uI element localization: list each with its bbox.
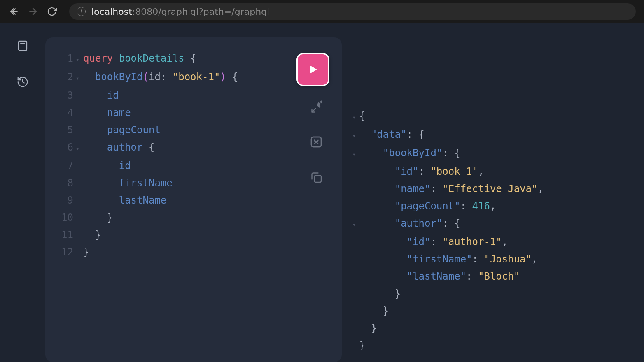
line-number: 4 [55, 104, 76, 121]
line-number: 9 [55, 192, 76, 209]
browser-toolbar: i localhost:8080/graphiql?path=/graphql [0, 0, 644, 23]
execute-button[interactable] [296, 53, 329, 86]
line-content: } [359, 302, 389, 320]
svg-rect-13 [315, 176, 322, 183]
svg-rect-3 [19, 41, 27, 51]
fold-icon[interactable]: ▾ [76, 50, 83, 68]
line-number: 12 [55, 244, 76, 261]
line-content: id [83, 87, 334, 104]
result-panel[interactable]: ▾{▾ "data": {▾ "bookById": { "id": "book… [342, 23, 644, 362]
line-content: author { [83, 139, 334, 157]
fold-icon [76, 209, 83, 226]
fold-icon [349, 320, 359, 337]
fold-icon [76, 244, 83, 261]
line-number: 5 [55, 121, 76, 139]
line-content: bookById(id: "book-1") { [83, 68, 334, 87]
result-line: } [349, 337, 636, 354]
sidebar [0, 23, 45, 362]
fold-icon[interactable]: ▾ [76, 68, 83, 87]
code-line: 12} [55, 244, 334, 261]
line-number: 8 [55, 174, 76, 192]
code-line: 11 } [55, 226, 334, 244]
line-content: "firstName": "Joshua", [359, 251, 538, 268]
result-line: } [349, 320, 636, 337]
line-content: "id": "book-1", [359, 163, 484, 180]
line-number: 10 [55, 209, 76, 226]
editor-tools [309, 99, 324, 185]
docs-icon[interactable] [16, 39, 29, 52]
line-content: "pageCount": 416, [359, 197, 496, 215]
fold-icon [76, 174, 83, 192]
fold-icon[interactable]: ▾ [349, 144, 359, 163]
back-button[interactable] [8, 6, 20, 17]
fold-icon [76, 226, 83, 244]
line-content: } [359, 337, 365, 354]
code-line: 7 id [55, 157, 334, 174]
line-number: 6 [55, 139, 76, 157]
line-content: "name": "Effective Java", [359, 180, 544, 197]
fold-icon [76, 87, 83, 104]
code-line: 1▾query bookDetails { [55, 50, 334, 68]
line-content: "bookById": { [359, 144, 460, 163]
query-editor[interactable]: 1▾query bookDetails {2▾ bookById(id: "bo… [45, 37, 342, 362]
fold-icon [349, 337, 359, 354]
code-line: 5 pageCount [55, 121, 334, 139]
code-line: 2▾ bookById(id: "book-1") { [55, 68, 334, 87]
history-icon[interactable] [16, 75, 29, 88]
code-line: 3 id [55, 87, 334, 104]
result-line: "id": "author-1", [349, 233, 636, 251]
line-content: lastName [83, 192, 334, 209]
fold-icon[interactable]: ▾ [349, 126, 359, 144]
line-content: id [83, 157, 334, 174]
line-number: 7 [55, 157, 76, 174]
line-content: "author": { [359, 215, 460, 233]
line-content: } [83, 244, 334, 261]
url-bar[interactable]: i localhost:8080/graphiql?path=/graphql [69, 3, 636, 20]
line-number: 1 [55, 50, 76, 68]
code-line: 10 } [55, 209, 334, 226]
svg-marker-5 [310, 65, 317, 74]
line-content: name [83, 104, 334, 121]
line-number: 11 [55, 226, 76, 244]
line-content: } [359, 320, 377, 337]
line-content: "lastName": "Bloch" [359, 268, 520, 285]
line-content: } [83, 226, 334, 244]
fold-icon [349, 163, 359, 180]
result-line: ▾ "bookById": { [349, 144, 636, 163]
fold-icon [76, 121, 83, 139]
code-line: 8 firstName [55, 174, 334, 192]
fold-icon[interactable]: ▾ [349, 107, 359, 126]
fold-icon [349, 251, 359, 268]
forward-button[interactable] [27, 6, 39, 17]
prettify-icon[interactable] [309, 99, 324, 114]
code-line: 4 name [55, 104, 334, 121]
result-line: "name": "Effective Java", [349, 180, 636, 197]
line-content: "data": { [359, 126, 425, 144]
line-number: 2 [55, 68, 76, 87]
merge-icon[interactable] [309, 135, 324, 149]
copy-icon[interactable] [309, 170, 324, 185]
result-line: ▾ "author": { [349, 215, 636, 233]
reload-button[interactable] [46, 6, 58, 17]
graphiql-app: 1▾query bookDetails {2▾ bookById(id: "bo… [0, 23, 644, 362]
line-content: { [359, 107, 365, 126]
fold-icon [349, 197, 359, 215]
fold-icon[interactable]: ▾ [349, 215, 359, 233]
result-line: } [349, 285, 636, 302]
fold-icon [349, 180, 359, 197]
query-editor-panel: 1▾query bookDetails {2▾ bookById(id: "bo… [45, 37, 342, 362]
info-icon[interactable]: i [77, 7, 86, 16]
fold-icon [349, 285, 359, 302]
fold-icon [349, 233, 359, 251]
url-text: localhost:8080/graphiql?path=/graphql [91, 7, 269, 17]
line-content: firstName [83, 174, 334, 192]
result-line: "id": "book-1", [349, 163, 636, 180]
fold-icon [76, 157, 83, 174]
fold-icon [349, 268, 359, 285]
result-line: } [349, 302, 636, 320]
line-content: pageCount [83, 121, 334, 139]
fold-icon [349, 302, 359, 320]
fold-icon[interactable]: ▾ [76, 139, 83, 157]
code-line: 6▾ author { [55, 139, 334, 157]
line-content: query bookDetails { [83, 50, 334, 68]
